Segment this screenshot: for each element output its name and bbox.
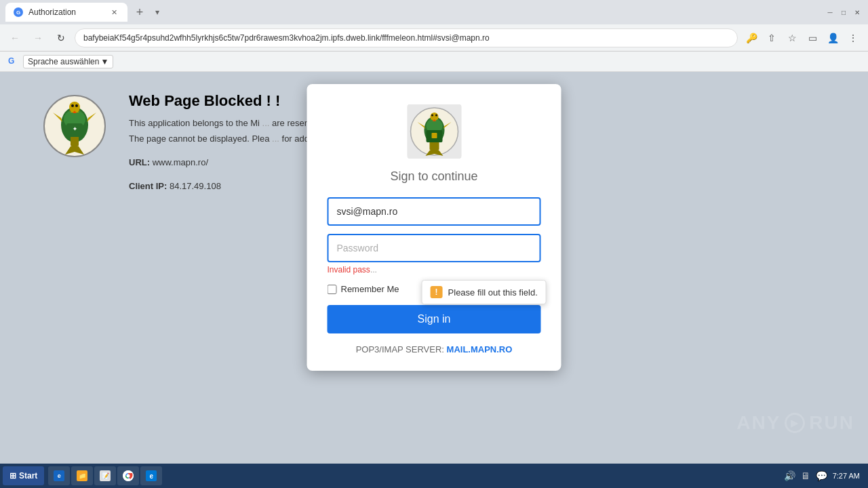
notification-icon[interactable]: 💬 <box>816 470 827 481</box>
remember-me-row: Remember Me <box>328 284 399 294</box>
audio-icon[interactable]: 🔊 <box>784 470 795 481</box>
taskbar-right: 🔊 🖥 💬 7:27 AM <box>778 470 865 481</box>
taskbar-item-ie[interactable]: e <box>48 466 70 485</box>
title-bar: G Authorization ✕ + ▾ ─ □ ✕ <box>0 0 868 24</box>
taskbar-item-notepad[interactable]: 📝 <box>94 466 116 485</box>
pop3-info: POP3/IMAP SERVER: MAIL.MAPN.RO <box>356 344 513 354</box>
svg-rect-26 <box>429 141 439 150</box>
google-logo: G <box>8 56 19 67</box>
remember-me-checkbox[interactable] <box>328 285 337 294</box>
close-button[interactable]: ✕ <box>852 7 863 18</box>
profile-icon[interactable]: 👤 <box>823 28 842 47</box>
language-label: Sprache auswählen <box>28 57 99 66</box>
taskbar-item-explorer[interactable]: 📁 <box>71 466 93 485</box>
address-bar: ← → ↻ bafybeiaKf54g5r4psuhd2wfhh5lyrkhjs… <box>0 24 868 52</box>
svg-point-22 <box>435 115 437 117</box>
start-label: Start <box>19 471 37 481</box>
svg-point-31 <box>127 474 130 478</box>
browser-frame: G Authorization ✕ + ▾ ─ □ ✕ ← → ↻ bafybe… <box>0 0 868 488</box>
new-tab-button[interactable]: + <box>130 3 149 22</box>
menu-icon[interactable]: ⋮ <box>844 28 863 47</box>
tab-close-button[interactable]: ✕ <box>108 7 119 18</box>
sidebar-icon[interactable]: ▭ <box>803 28 822 47</box>
share-icon[interactable]: ⇧ <box>762 28 781 47</box>
key-icon[interactable]: 🔑 <box>742 28 761 47</box>
svg-point-21 <box>431 115 433 117</box>
network-icon[interactable]: 🖥 <box>801 470 810 481</box>
language-dropdown[interactable]: Sprache auswählen ▼ <box>23 55 113 68</box>
taskbar: ⊞ Start e 📁 📝 <box>0 464 868 488</box>
svg-text:✦: ✦ <box>73 126 77 132</box>
taskbar-item-edge[interactable]: e <box>140 466 162 485</box>
system-clock: 7:27 AM <box>833 472 860 480</box>
start-icon: ⊞ <box>9 471 16 481</box>
tab-scroll-icon[interactable]: ▾ <box>149 4 165 20</box>
modal-logo <box>407 104 461 159</box>
explorer-icon: 📁 <box>77 470 87 481</box>
sign-in-button[interactable]: Sign in <box>328 305 541 333</box>
start-button[interactable]: ⊞ Start <box>3 466 44 485</box>
dropdown-arrow: ▼ <box>100 57 108 66</box>
translate-bar: G Sprache auswählen ▼ <box>0 52 868 72</box>
ie-icon: e <box>54 470 64 481</box>
toolbar-icons: 🔑 ⇧ ☆ ▭ 👤 ⋮ <box>742 28 863 47</box>
password-input[interactable] <box>328 234 541 262</box>
tooltip-message: Please fill out this field. <box>448 287 538 298</box>
maximize-button[interactable]: □ <box>838 7 849 18</box>
modal-title: Sign to continue <box>390 169 477 184</box>
url-bar[interactable]: bafybeiaKf54g5r4psuhd2wfhh5lyrkhjs6c5tw7… <box>75 28 738 47</box>
forward-button[interactable]: → <box>28 28 47 47</box>
edge-icon: e <box>146 470 157 481</box>
refresh-button[interactable]: ↻ <box>52 28 71 47</box>
bookmark-icon[interactable]: ☆ <box>783 28 802 47</box>
email-input[interactable] <box>328 197 541 226</box>
url-text: bafybeiaKf54g5r4psuhd2wfhh5lyrkhjs6c5tw7… <box>83 33 729 43</box>
blocked-page-logo: ✦ <box>41 92 108 160</box>
chrome-icon <box>123 470 134 481</box>
notepad-icon: 📝 <box>100 470 111 481</box>
svg-rect-29 <box>431 133 437 138</box>
window-controls: ─ □ ✕ <box>825 7 863 18</box>
taskbar-item-chrome[interactable] <box>117 466 139 485</box>
browser-tab[interactable]: G Authorization ✕ <box>5 3 127 22</box>
pop3-link[interactable]: MAIL.MAPN.RO <box>447 344 513 354</box>
back-button[interactable]: ← <box>5 28 24 47</box>
minimize-button[interactable]: ─ <box>825 7 835 18</box>
validation-tooltip: ! Please fill out this field. <box>422 280 547 304</box>
svg-point-7 <box>75 104 78 107</box>
taskbar-items: e 📁 📝 <box>45 466 776 485</box>
svg-point-6 <box>71 104 74 107</box>
page-content: ✦ Web Page Blocked ! ! This application … <box>0 72 868 464</box>
remember-me-label: Remember Me <box>341 284 399 294</box>
login-modal: Sign to continue Invalid pass... Remembe… <box>307 84 561 371</box>
tab-favicon: G <box>14 7 23 17</box>
warning-icon: ! <box>431 286 443 298</box>
error-message: Invalid pass... <box>328 265 377 274</box>
tab-title: Authorization <box>28 7 76 17</box>
